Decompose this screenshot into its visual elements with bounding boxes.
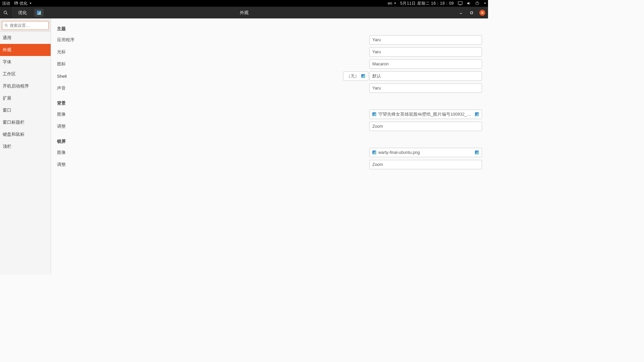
svg-rect-0	[15, 2, 17, 3]
close-icon	[481, 11, 484, 14]
sidebar-item-extensions[interactable]: 扩展	[0, 92, 51, 104]
svg-rect-1	[15, 3, 17, 4]
shell-none-button[interactable]: （无）	[343, 71, 368, 81]
svg-point-6	[4, 11, 6, 13]
maximize-icon	[470, 11, 473, 14]
app-menu[interactable]: 优化	[14, 1, 32, 6]
titlebar-app-name: 优化	[11, 10, 34, 16]
label-applications: 应用程序	[57, 37, 74, 43]
svg-line-13	[7, 26, 8, 27]
svg-point-12	[5, 24, 7, 26]
section-heading-theme: 主题	[51, 24, 488, 34]
extensions-button[interactable]	[34, 9, 44, 17]
sidebar-search-field[interactable]	[2, 21, 49, 30]
label-cursor: 光标	[57, 49, 66, 55]
maximize-button[interactable]	[469, 10, 475, 16]
sidebar-item-window-titlebars[interactable]: 窗口标题栏	[0, 116, 51, 128]
chevron-down-icon	[394, 3, 396, 4]
window-titlebar: 优化 外观	[0, 7, 488, 18]
sidebar-item-topbar[interactable]: 顶栏	[0, 140, 51, 153]
sidebar: 通用外观字体工作区开机启动程序扩展窗口窗口标题栏键盘和鼠标顶栏	[0, 18, 51, 275]
input-language[interactable]: en	[388, 1, 396, 6]
row-bg-adjust: 调整 Zoom	[51, 120, 488, 132]
power-icon[interactable]	[475, 1, 479, 5]
row-shell: Shell （无） 默认	[51, 70, 488, 82]
titlebar-search-button[interactable]	[0, 7, 11, 18]
combo-icons[interactable]: Macaron	[369, 59, 482, 69]
sidebar-item-windows[interactable]: 窗口	[0, 104, 51, 116]
row-lock-image: 图像 warty-final-ubuntu.png	[51, 146, 488, 159]
label-icons: 图标	[57, 61, 66, 67]
section-heading-lockscreen: 锁屏	[51, 137, 488, 146]
extensions-icon	[37, 11, 41, 15]
label-shell: Shell	[57, 74, 67, 79]
content-panel: 主题 应用程序 Yaru 光标 Yaru 图标 Macaron Shell （无…	[51, 18, 488, 275]
row-cursor: 光标 Yaru	[51, 46, 488, 58]
sidebar-item-workspaces[interactable]: 工作区	[0, 68, 51, 80]
sidebar-item-fonts[interactable]: 字体	[0, 56, 51, 68]
label-bg-adjust: 调整	[57, 123, 66, 129]
sidebar-item-keyboard-mouse[interactable]: 键盘和鼠标	[0, 128, 51, 140]
image-icon	[475, 112, 479, 116]
svg-rect-9	[471, 12, 473, 14]
combo-shell[interactable]: 默认	[369, 71, 482, 81]
image-icon	[372, 112, 376, 116]
sidebar-item-general[interactable]: 通用	[0, 32, 51, 44]
image-icon	[372, 150, 376, 155]
volume-icon[interactable]	[467, 1, 471, 5]
screen-icon[interactable]	[458, 1, 463, 5]
app-menu-label: 优化	[19, 1, 28, 6]
combo-lock-adjust[interactable]: Zoom	[369, 160, 482, 169]
section-heading-background: 背景	[51, 99, 488, 108]
label-sound: 声音	[57, 85, 66, 91]
row-sound: 声音 Yaru	[51, 82, 488, 94]
search-icon	[3, 10, 8, 15]
system-top-bar: 活动 优化 en 5月11日 星期二 16：18：09	[0, 0, 488, 7]
label-lock-adjust: 调整	[57, 162, 66, 168]
combo-bg-image[interactable]: 守望先锋女英雄屁股4k壁纸_图片编号100932_壁纸网.jpeg	[369, 110, 482, 119]
system-clock: 5月11日 星期二 16：18：09	[400, 1, 454, 6]
sidebar-item-appearance[interactable]: 外观	[0, 44, 51, 56]
sidebar-search-wrap	[0, 18, 51, 32]
combo-lock-image[interactable]: warty-final-ubuntu.png	[369, 148, 482, 157]
combo-sound[interactable]: Yaru	[369, 83, 482, 93]
save-icon	[14, 1, 18, 6]
image-icon	[361, 74, 365, 78]
page-title: 外观	[0, 10, 488, 16]
svg-rect-2	[458, 2, 462, 5]
minimize-button[interactable]	[458, 10, 464, 16]
svg-line-7	[6, 13, 7, 14]
label-lock-image: 图像	[57, 149, 66, 156]
search-icon	[4, 23, 8, 27]
combo-bg-adjust[interactable]: Zoom	[369, 122, 482, 131]
row-bg-image: 图像 守望先锋女英雄屁股4k壁纸_图片编号100932_壁纸网.jpeg	[51, 108, 488, 120]
chevron-down-icon	[30, 3, 32, 4]
row-lock-adjust: 调整 Zoom	[51, 159, 488, 171]
combo-applications[interactable]: Yaru	[369, 35, 482, 45]
row-applications: 应用程序 Yaru	[51, 34, 488, 46]
sidebar-item-startup[interactable]: 开机启动程序	[0, 80, 51, 92]
minimize-icon	[459, 11, 463, 14]
combo-cursor[interactable]: Yaru	[369, 47, 482, 57]
label-bg-image: 图像	[57, 111, 66, 117]
activities-button[interactable]: 活动	[2, 1, 10, 6]
row-icons: 图标 Macaron	[51, 58, 488, 70]
close-button[interactable]	[479, 10, 485, 16]
chevron-down-icon	[484, 3, 486, 4]
image-icon	[475, 150, 479, 155]
